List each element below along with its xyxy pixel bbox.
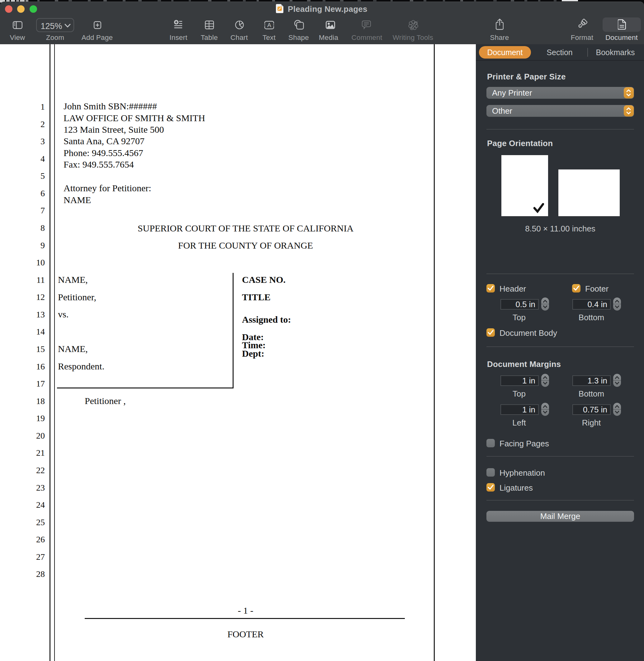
svg-text:A: A [267, 22, 271, 28]
